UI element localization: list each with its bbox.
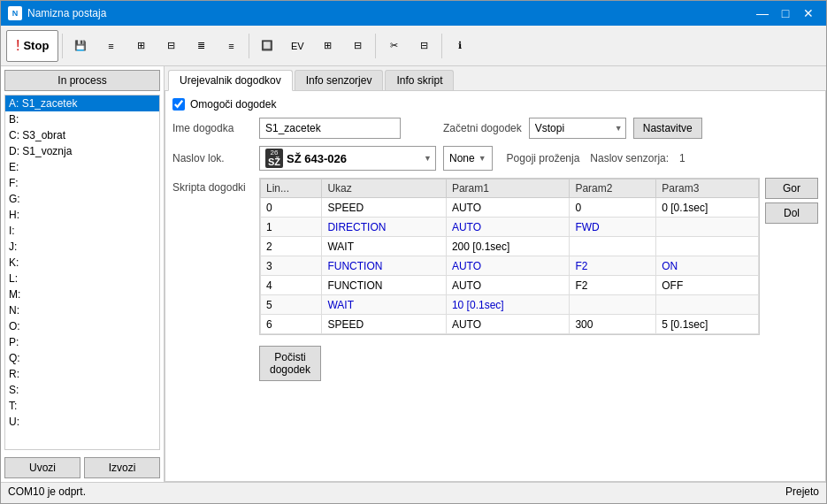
sensor-icon: ⊞ [324, 40, 332, 51]
tab-urejevalnik[interactable]: Urejevalnik dogodkov [168, 70, 293, 91]
sidebar-item-j[interactable]: J: [5, 239, 159, 255]
table-row[interactable]: 0SPEEDAUTO00 [0.1sec] [261, 198, 759, 218]
toolbar-list-button[interactable]: ≡ [96, 30, 125, 62]
stop-button[interactable]: ! Stop [6, 30, 58, 62]
in-process-label: In process [4, 70, 160, 91]
sidebar-item-d[interactable]: D: S1_voznja [5, 143, 159, 159]
col-header-param2: Param2 [570, 179, 656, 198]
toolbar-save-button[interactable]: 💾 [66, 30, 95, 62]
toolbar-track-button[interactable]: ⊟ [157, 30, 185, 62]
sidebar-item-c[interactable]: C: S3_obrat [5, 127, 159, 143]
sidebar-item-h[interactable]: H: [5, 207, 159, 223]
script-label: Skripta dogodki [172, 178, 252, 381]
stop-icon: ! [16, 38, 19, 54]
table-cell: 0 [261, 198, 322, 218]
pocisti-button[interactable]: Počisti dogodek [259, 346, 321, 381]
table-cell: 5 [0.1sec] [656, 315, 759, 334]
minimize-button[interactable]: — [752, 4, 773, 22]
status-bar: COM10 je odprt. Prejeto [1, 482, 826, 503]
toolbar-ev-button[interactable]: EV [283, 30, 311, 62]
loc-name-text: SŽ 643-026 [287, 152, 347, 165]
sidebar-item-p[interactable]: P: [5, 334, 159, 350]
nastavitve-button[interactable]: Nastavitve [633, 118, 702, 139]
table-cell [656, 237, 759, 256]
loc-dropdown-arrow: ▼ [424, 154, 432, 163]
table-cell: AUTO [446, 315, 569, 334]
initial-event-select[interactable]: VstopiZapustiStoji [529, 118, 626, 139]
toolbar-route-button[interactable]: ⊟ [343, 30, 371, 62]
enable-event-row: Omogoči dogodek [172, 98, 818, 111]
sidebar-item-k[interactable]: K: [5, 255, 159, 271]
export-button[interactable]: Izvozi [84, 457, 160, 478]
sidebar-item-q[interactable]: Q: [5, 350, 159, 366]
sidebar-item-f[interactable]: F: [5, 175, 159, 191]
toolbar-decoder-button[interactable]: ⊟ [410, 30, 438, 62]
tabs: Urejevalnik dogodkovInfo senzorjevInfo s… [165, 66, 826, 91]
sidebar-item-g[interactable]: G: [5, 191, 159, 207]
table-cell: F2 [570, 276, 656, 295]
table-cell: OFF [656, 276, 759, 295]
gor-button[interactable]: Gor [765, 178, 818, 199]
pogoji-label: Pogoji proženja [507, 152, 580, 164]
sidebar-item-b[interactable]: B: [5, 111, 159, 127]
table-row[interactable]: 1DIRECTIONAUTOFWD [261, 218, 759, 237]
none-value-text: None [449, 152, 475, 164]
sidebar-item-r[interactable]: R: [5, 366, 159, 382]
tab-info-skript[interactable]: Info skript [385, 70, 454, 90]
table-cell: WAIT [322, 237, 447, 256]
table-row[interactable]: 2WAIT200 [0.1sec] [261, 237, 759, 256]
loc-selector[interactable]: 26 SŽ SŽ 643-026 ▼ [259, 146, 436, 171]
status-left: COM10 je odprt. [8, 485, 86, 500]
sidebar-item-l[interactable]: L: [5, 271, 159, 286]
none-selector[interactable]: None ▼ [443, 146, 493, 171]
col-header-lin: Lin... [261, 179, 322, 198]
main-window: N Namizna postaja — □ ✕ ! Stop 💾 ≡ ⊞ ⊟ ≣ [0, 0, 827, 504]
table-row[interactable]: 3FUNCTIONAUTOF2ON [261, 256, 759, 276]
sidebar-list[interactable]: A: S1_zacetekB:C: S3_obratD: S1_voznjaE:… [4, 95, 160, 450]
table-cell: 6 [261, 315, 322, 334]
sidebar-item-t[interactable]: T: [5, 398, 159, 414]
event-name-input[interactable] [259, 118, 401, 139]
import-button[interactable]: Uvozi [4, 457, 80, 478]
table-cell: 5 [261, 295, 322, 315]
dol-button[interactable]: Dol [765, 202, 818, 224]
loc-badge: 26 SŽ [265, 149, 283, 169]
sidebar-item-s[interactable]: S: [5, 382, 159, 398]
toolbar-separator-3 [375, 34, 376, 58]
sidebar-item-e[interactable]: E: [5, 159, 159, 175]
table-cell: WAIT [322, 295, 447, 315]
toolbar-event-button[interactable]: 🔲 [253, 30, 281, 62]
maximize-button[interactable]: □ [775, 4, 796, 22]
toolbar: ! Stop 💾 ≡ ⊞ ⊟ ≣ ≡ 🔲 EV ⊞ [1, 26, 826, 66]
sidebar-item-o[interactable]: O: [5, 318, 159, 334]
sidebar-item-n[interactable]: N: [5, 302, 159, 318]
table-row[interactable]: 6SPEEDAUTO3005 [0.1sec] [261, 315, 759, 334]
table-row[interactable]: 4FUNCTIONAUTOF2OFF [261, 276, 759, 295]
toolbar-schedule-button[interactable]: ≣ [187, 30, 215, 62]
toolbar-grid-button[interactable]: ⊞ [126, 30, 155, 62]
tool-icon: ✂ [390, 40, 398, 51]
script-right-buttons: Gor Dol [765, 178, 818, 224]
table-row[interactable]: 5WAIT10 [0.1sec] [261, 295, 759, 315]
toolbar-sensor-button[interactable]: ⊞ [313, 30, 341, 62]
close-button[interactable]: ✕ [798, 4, 819, 22]
toolbar-menu-button[interactable]: ≡ [217, 30, 245, 62]
table-cell: F2 [570, 256, 656, 276]
sidebar-item-m[interactable]: M: [5, 286, 159, 302]
none-dropdown-arrow: ▼ [479, 154, 486, 163]
table-cell: 3 [261, 256, 322, 276]
sidebar-item-u[interactable]: U: [5, 414, 159, 430]
enable-event-checkbox[interactable] [172, 98, 185, 111]
toolbar-info-button[interactable]: ℹ [446, 30, 474, 62]
sidebar-item-a[interactable]: A: S1_zacetek [5, 95, 159, 111]
toolbar-tool-button[interactable]: ✂ [379, 30, 408, 62]
table-cell: 4 [261, 276, 322, 295]
save-icon: 💾 [74, 40, 87, 51]
table-cell [656, 295, 759, 315]
toolbar-separator-2 [249, 34, 249, 58]
sidebar-item-i[interactable]: I: [5, 223, 159, 239]
tab-info-senzorjev[interactable]: Info senzorjev [295, 70, 384, 90]
event-icon: 🔲 [261, 40, 273, 51]
table-cell: AUTO [446, 276, 569, 295]
script-table-wrap: Lin...UkazParam1Param2Param3 0SPEEDAUTO0… [259, 178, 760, 335]
